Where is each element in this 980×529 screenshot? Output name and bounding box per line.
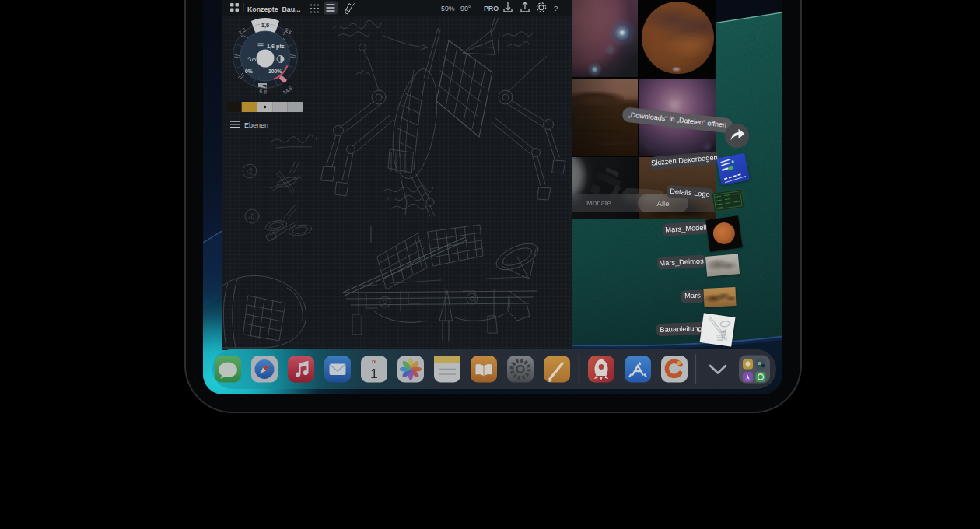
svg-text:DI: DI bbox=[372, 359, 376, 364]
svg-text:90°: 90° bbox=[460, 5, 471, 12]
svg-text:Konzepte_Bau...: Konzepte_Bau... bbox=[247, 5, 300, 13]
svg-text:PRO: PRO bbox=[484, 5, 499, 12]
svg-text:100%: 100% bbox=[268, 68, 282, 74]
svg-text:Ebenen: Ebenen bbox=[244, 121, 268, 129]
svg-text:1,6 pts: 1,6 pts bbox=[267, 43, 285, 50]
svg-text:1,6: 1,6 bbox=[261, 22, 269, 29]
svg-text:6,8: 6,8 bbox=[259, 88, 268, 94]
svg-text:0%: 0% bbox=[245, 68, 253, 74]
svg-text:1: 1 bbox=[370, 366, 377, 381]
svg-text:?: ? bbox=[554, 4, 558, 12]
svg-text:14,5: 14,5 bbox=[282, 85, 293, 95]
svg-text:59%: 59% bbox=[441, 5, 455, 12]
svg-text:★: ★ bbox=[744, 373, 751, 381]
